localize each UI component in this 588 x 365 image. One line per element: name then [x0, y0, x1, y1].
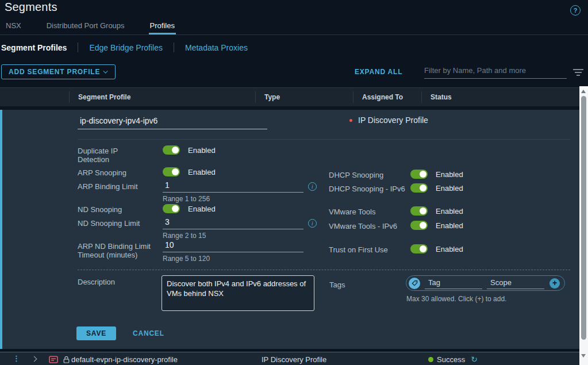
table-header-spacer — [0, 91, 69, 103]
subtab-edge-bridge-profiles[interactable]: Edge Bridge Profiles — [88, 43, 164, 52]
info-icon[interactable] — [308, 219, 317, 228]
field-label: VMware Tools — [329, 206, 410, 216]
tags-hint: Max 30 allowed. Click (+) to add. — [406, 295, 565, 303]
duplicate-ip-detection-toggle[interactable] — [163, 145, 180, 155]
row-profile-name[interactable]: default-evpn-ip-discovery-profile — [71, 355, 178, 364]
divider — [78, 139, 570, 140]
arp-snooping-toggle[interactable] — [163, 167, 180, 176]
column-header-assigned-to: Assigned To — [353, 91, 421, 103]
field-label: Duplicate IP Detection — [78, 145, 163, 164]
toggle-state-label: Enabled — [436, 184, 463, 193]
success-status-icon — [428, 357, 433, 362]
column-header-type: Type — [255, 91, 353, 103]
divider — [78, 270, 570, 270]
row-status: Success — [428, 355, 478, 364]
field-nd-snooping: ND Snooping Enabled — [78, 203, 329, 217]
help-icon[interactable] — [570, 5, 581, 16]
field-label: ARP ND Binding Limit Timeout (minutes) — [78, 240, 163, 259]
chevron-down-icon — [103, 68, 108, 73]
tag-icon — [409, 278, 420, 289]
field-label: ND Snooping — [78, 203, 163, 214]
field-label: ND Snooping Limit — [78, 217, 163, 228]
expand-all-link[interactable]: EXPAND ALL — [355, 68, 402, 76]
status-text: Success — [437, 355, 465, 364]
tags-label: Tags — [329, 275, 406, 311]
trust-on-first-use-toggle[interactable] — [410, 244, 428, 253]
toggle-state-label: Enabled — [436, 221, 463, 230]
segment-profile-card-icon — [49, 355, 58, 365]
page-title: Segments — [5, 1, 57, 14]
row-menu-icon[interactable] — [13, 354, 20, 363]
dhcp-snooping-toggle[interactable] — [410, 170, 428, 179]
arp-nd-binding-limit-timeout-input[interactable] — [163, 240, 303, 252]
profile-name-row: IP Discovery Profile — [78, 115, 570, 132]
add-segment-profile-button[interactable]: ADD SEGMENT PROFILE — [1, 64, 116, 79]
nd-snooping-limit-input[interactable] — [163, 217, 303, 229]
arp-binding-limit-input[interactable] — [163, 180, 303, 193]
filter-icon[interactable] — [572, 69, 584, 77]
toggle-state-label: Enabled — [188, 168, 216, 176]
row-profile-type: IP Discovery Profile — [262, 355, 326, 364]
toggle-state-label: Enabled — [188, 205, 216, 213]
nd-snooping-toggle[interactable] — [163, 204, 180, 213]
table-row: default-evpn-ip-discovery-profile IP Dis… — [0, 352, 579, 365]
field-label: VMware Tools - IPv6 — [329, 220, 410, 230]
field-duplicate-ip-detection: Duplicate IP Detection Enabled — [78, 145, 329, 167]
tags-input-group — [406, 275, 565, 291]
field-nd-snooping-limit: ND Snooping Limit Range 2 to 15 — [78, 217, 329, 240]
field-trust-on-first-use: Trust on First Use Enabled — [329, 244, 570, 258]
toggle-state-label: Enabled — [436, 245, 463, 253]
field-label: DHCP Snooping - IPv6 — [329, 183, 410, 193]
field-dhcp-snooping-ipv6: DHCP Snooping - IPv6 Enabled — [329, 183, 570, 200]
profile-type-label: IP Discovery Profile — [358, 115, 428, 125]
tab-nsx[interactable]: NSX — [5, 19, 22, 34]
scope-input[interactable] — [487, 278, 544, 289]
field-arp-snooping: ARP Snooping Enabled — [78, 167, 329, 180]
table-header: Segment Profile Type Assigned To Status — [0, 87, 579, 106]
profile-name-input[interactable] — [78, 115, 267, 129]
scroll-up-arrow-icon[interactable] — [581, 90, 586, 93]
tab-distributed-port-groups[interactable]: Distributed Port Groups — [45, 19, 126, 34]
field-label: Trust on First Use — [329, 244, 410, 254]
tab-bar: NSX Distributed Port Groups Profiles — [0, 19, 588, 35]
range-hint: Range 2 to 15 — [163, 232, 317, 240]
field-arp-binding-limit: ARP Binding Limit Range 1 to 256 — [78, 180, 329, 203]
field-vmware-tools-ipv6: VMware Tools - IPv6 Enabled — [329, 220, 570, 235]
divider — [78, 43, 78, 52]
add-tag-plus-icon[interactable] — [549, 278, 560, 289]
tab-profiles[interactable]: Profiles — [149, 19, 176, 34]
save-button[interactable]: SAVE — [76, 326, 116, 340]
dhcp-snooping-ipv6-toggle[interactable] — [410, 183, 428, 193]
field-label: DHCP Snooping — [329, 169, 410, 179]
vmware-tools-toggle[interactable] — [410, 206, 428, 216]
segment-profile-edit-panel: IP Discovery Profile Duplicate IP Detect… — [0, 110, 579, 349]
description-label: Description — [78, 275, 162, 311]
field-label: ARP Binding Limit — [78, 180, 163, 191]
toggle-state-label: Enabled — [436, 207, 463, 216]
filter-input[interactable] — [424, 64, 567, 79]
vertical-scrollbar[interactable] — [579, 86, 588, 365]
required-indicator-icon — [349, 119, 352, 122]
range-hint: Range 5 to 120 — [163, 255, 303, 263]
column-header-status: Status — [421, 91, 579, 103]
subtab-segment-profiles[interactable]: Segment Profiles — [0, 43, 68, 52]
scroll-down-arrow-icon[interactable] — [581, 354, 586, 358]
refresh-icon[interactable] — [471, 356, 478, 363]
field-label: ARP Snooping — [78, 167, 163, 177]
cancel-button[interactable]: CANCEL — [133, 329, 164, 337]
field-arp-nd-binding-limit-timeout: ARP ND Binding Limit Timeout (minutes) R… — [78, 240, 329, 267]
subtab-metadata-proxies[interactable]: Metadata Proxies — [184, 43, 249, 52]
selected-row-accent-bar — [0, 110, 2, 349]
tag-input[interactable] — [425, 278, 482, 289]
chevron-right-icon[interactable] — [32, 356, 37, 362]
filter-box — [424, 64, 567, 79]
column-header-segment-profile: Segment Profile — [69, 91, 255, 103]
add-segment-profile-label: ADD SEGMENT PROFILE — [9, 68, 100, 76]
field-vmware-tools: VMware Tools Enabled — [329, 206, 570, 220]
subtab-bar: Segment Profiles Edge Bridge Profiles Me… — [0, 43, 249, 52]
scrollbar-thumb[interactable] — [581, 96, 586, 340]
info-icon[interactable] — [308, 182, 317, 191]
vmware-tools-ipv6-toggle[interactable] — [410, 221, 428, 230]
description-textarea[interactable]: Discover both IPv4 and IPv6 addresses of… — [162, 275, 314, 311]
divider — [174, 43, 174, 52]
